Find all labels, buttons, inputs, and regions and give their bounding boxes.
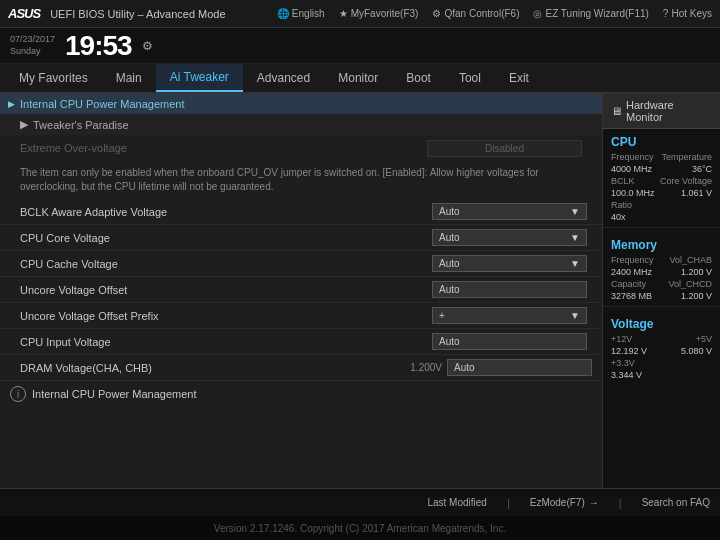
section-header-label: Internal CPU Power Management	[20, 98, 184, 110]
tab-tool[interactable]: Tool	[445, 64, 495, 92]
hw-ratio-label: Ratio	[611, 200, 632, 210]
time-settings-icon[interactable]: ⚙	[142, 39, 153, 53]
language-button[interactable]: 🌐 English	[277, 8, 325, 19]
bottom-bar: Last Modified | EzMode(F7) → | Search on…	[0, 488, 720, 516]
bclk-aware-control: Auto▼	[432, 203, 592, 220]
hw-core-volt-value: 1.061 V	[681, 188, 712, 198]
hw-33v-val-row: 3.344 V	[603, 369, 720, 381]
cpu-core-voltage-dropdown[interactable]: Auto▼	[432, 229, 587, 246]
tab-main[interactable]: Main	[102, 64, 156, 92]
bottom-info-row: i Internal CPU Power Management	[0, 381, 602, 407]
footer-text: Version 2.17.1246. Copyright (C) 2017 Am…	[214, 523, 506, 534]
cpu-cache-voltage-control: Auto▼	[432, 255, 592, 272]
setting-row-bclk-aware: BCLK Aware Adaptive Voltage Auto▼	[0, 199, 602, 225]
uncore-offset-control: Auto	[432, 281, 592, 298]
asus-logo: ASUS	[8, 6, 40, 21]
hot-keys-button[interactable]: ? Hot Keys	[663, 8, 712, 19]
hw-capacity-value: 32768 MB	[611, 291, 652, 301]
subsection-header-tweakers[interactable]: ▶ Tweaker's Paradise	[0, 114, 602, 135]
info-text: The item can only be enabled when the on…	[0, 161, 602, 199]
hw-12v-5v-val-row: 12.192 V 5.080 V	[603, 345, 720, 357]
hw-cpu-freq-value: 4000 MHz	[611, 164, 652, 174]
hw-bclk-corevolt-val-row: 100.0 MHz 1.061 V	[603, 187, 720, 199]
dram-voltage-current: 1.200V	[392, 362, 442, 373]
hw-mem-freq-value: 2400 MHz	[611, 267, 652, 277]
tab-my-favorites[interactable]: My Favorites	[5, 64, 102, 92]
uncore-prefix-dropdown[interactable]: +▼	[432, 307, 587, 324]
overvoltage-value: Disabled	[427, 140, 582, 157]
nav-tabs: My Favorites Main Ai Tweaker Advanced Mo…	[0, 64, 720, 94]
left-panel: ▶ Internal CPU Power Management ▶ Tweake…	[0, 94, 602, 488]
ez-mode-label: EzMode(F7)	[530, 497, 585, 508]
hw-cpu-section: CPU	[603, 129, 720, 151]
ez-tuning-button[interactable]: ◎ EZ Tuning Wizard(F11)	[533, 8, 648, 19]
top-bar-icons: 🌐 English ★ MyFavorite(F3) ⚙ Qfan Contro…	[277, 8, 712, 19]
top-bar: ASUS UEFI BIOS Utility – Advanced Mode 🌐…	[0, 0, 720, 28]
cpu-core-voltage-label: CPU Core Voltage	[20, 232, 432, 244]
cpu-input-voltage-label: CPU Input Voltage	[20, 336, 432, 348]
subsection-header-label: Tweaker's Paradise	[33, 119, 129, 131]
hw-divider-2	[603, 306, 720, 307]
hw-cpu-freq-val-row: 4000 MHz 36°C	[603, 163, 720, 175]
hw-monitor-title: Hardware Monitor	[626, 99, 712, 123]
uncore-offset-input[interactable]: Auto	[432, 281, 587, 298]
dram-voltage-input[interactable]: Auto	[447, 359, 592, 376]
datetime-bar: 07/23/2017 Sunday 19:53 ⚙	[0, 28, 720, 64]
bclk-aware-dropdown[interactable]: Auto▼	[432, 203, 587, 220]
uncore-prefix-label: Uncore Voltage Offset Prefix	[20, 310, 432, 322]
bios-title: UEFI BIOS Utility – Advanced Mode	[50, 8, 267, 20]
cpu-cache-voltage-dropdown[interactable]: Auto▼	[432, 255, 587, 272]
hw-vol-chab-label: Vol_CHAB	[669, 255, 712, 265]
hw-capacity-val-row: 32768 MB 1.200 V	[603, 290, 720, 302]
section-header-cpu-power[interactable]: ▶ Internal CPU Power Management	[0, 94, 602, 114]
hw-vol-chab-value: 1.200 V	[681, 267, 712, 277]
hw-33v-row: +3.3V	[603, 357, 720, 369]
hw-divider-1	[603, 227, 720, 228]
hw-bclk-value: 100.0 MHz	[611, 188, 655, 198]
overvoltage-label: Extreme Over-voltage	[20, 142, 427, 154]
setting-row-cpu-input-voltage: CPU Input Voltage Auto	[0, 329, 602, 355]
setting-row-uncore-offset: Uncore Voltage Offset Auto	[0, 277, 602, 303]
cpu-core-voltage-control: Auto▼	[432, 229, 592, 246]
hw-vol-chcd-value: 1.200 V	[681, 291, 712, 301]
hw-monitor-header: 🖥 Hardware Monitor	[603, 94, 720, 129]
hw-bclk-corevolt-label-row: BCLK Core Voltage	[603, 175, 720, 187]
last-modified-button[interactable]: Last Modified	[427, 497, 486, 508]
tab-advanced[interactable]: Advanced	[243, 64, 324, 92]
hw-5v-value: 5.080 V	[681, 346, 712, 356]
tab-monitor[interactable]: Monitor	[324, 64, 392, 92]
hw-cpu-temp-value: 36°C	[692, 164, 712, 174]
setting-row-cpu-core-voltage: CPU Core Voltage Auto▼	[0, 225, 602, 251]
hw-mem-freq-val-row: 2400 MHz 1.200 V	[603, 266, 720, 278]
hw-12v-5v-row: +12V +5V	[603, 333, 720, 345]
dram-voltage-control: 1.200V Auto	[392, 359, 592, 376]
hw-cpu-temp-label: Temperature	[661, 152, 712, 162]
hw-mem-freq-row: Frequency Vol_CHAB	[603, 254, 720, 266]
cpu-input-voltage-input[interactable]: Auto	[432, 333, 587, 350]
ez-mode-icon: →	[589, 497, 599, 508]
hw-12v-label: +12V	[611, 334, 632, 344]
hw-capacity-label: Capacity	[611, 279, 646, 289]
tab-exit[interactable]: Exit	[495, 64, 543, 92]
overvoltage-row: Extreme Over-voltage Disabled	[0, 135, 602, 161]
bclk-aware-label: BCLK Aware Adaptive Voltage	[20, 206, 432, 218]
setting-row-dram-voltage: DRAM Voltage(CHA, CHB) 1.200V Auto	[0, 355, 602, 381]
tab-boot[interactable]: Boot	[392, 64, 445, 92]
qfan-button[interactable]: ⚙ Qfan Control(F6)	[432, 8, 519, 19]
footer: Version 2.17.1246. Copyright (C) 2017 Am…	[0, 516, 720, 540]
subsection-expand-arrow: ▶	[20, 118, 28, 131]
hw-5v-label: +5V	[696, 334, 712, 344]
info-icon: i	[10, 386, 26, 402]
hw-cpu-freq-label: Frequency	[611, 152, 654, 162]
uncore-offset-label: Uncore Voltage Offset	[20, 284, 432, 296]
ez-mode-button[interactable]: EzMode(F7) →	[530, 497, 599, 508]
search-faq-button[interactable]: Search on FAQ	[642, 497, 710, 508]
myfavorite-button[interactable]: ★ MyFavorite(F3)	[339, 8, 419, 19]
hw-core-volt-label: Core Voltage	[660, 176, 712, 186]
setting-row-uncore-prefix: Uncore Voltage Offset Prefix +▼	[0, 303, 602, 329]
hw-cpu-freq-row: Frequency Temperature	[603, 151, 720, 163]
hw-vol-chcd-label: Vol_CHCD	[668, 279, 712, 289]
hw-12v-value: 12.192 V	[611, 346, 647, 356]
cpu-input-voltage-control: Auto	[432, 333, 592, 350]
tab-ai-tweaker[interactable]: Ai Tweaker	[156, 64, 243, 92]
